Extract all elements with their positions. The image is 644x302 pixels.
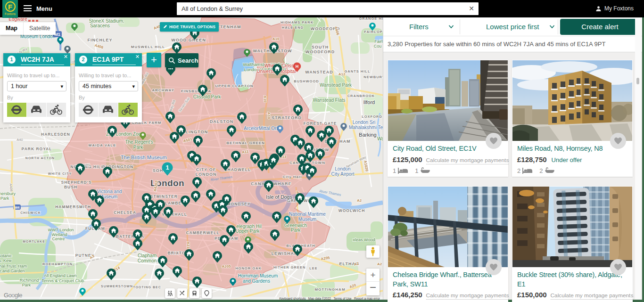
- svg-text:MORTLAKE: MORTLAKE: [23, 240, 45, 243]
- svg-text:HAMMERSMITH: HAMMERSMITH: [55, 204, 91, 209]
- svg-text:Cou: Cou: [374, 44, 382, 49]
- svg-text:and Gardens: and Gardens: [243, 278, 270, 284]
- svg-text:H: H: [296, 64, 299, 69]
- svg-text:Barking: Barking: [359, 132, 376, 138]
- svg-text:Wan: Wan: [377, 136, 383, 141]
- svg-text:Common: Common: [138, 258, 157, 263]
- svg-text:Isle of Dogs: Isle of Dogs: [266, 194, 292, 200]
- svg-text:1: 1: [165, 164, 169, 171]
- svg-text:Park: Park: [0, 196, 9, 201]
- svg-text:SUMMERSTOWN: SUMMERSTOWN: [101, 285, 133, 288]
- svg-text:Park: Park: [133, 145, 144, 150]
- svg-text:PARK ROYAL: PARK ROYAL: [22, 147, 52, 151]
- svg-text:WHITE CITY: WHITE CITY: [48, 172, 72, 175]
- svg-text:National Maritime: National Maritime: [289, 212, 326, 217]
- svg-text:ens, Kew: ens, Kew: [0, 258, 12, 263]
- svg-text:l Botanic: l Botanic: [0, 253, 12, 258]
- svg-text:ArcelorMittal Orbit: ArcelorMittal Orbit: [244, 126, 281, 131]
- svg-text:Mahalakshmi Te: Mahalakshmi Te: [349, 125, 383, 130]
- svg-text:FOREST GATE: FOREST GATE: [304, 121, 337, 126]
- svg-text:TTENHAM: TTENHAM: [217, 24, 241, 29]
- svg-text:WOODFORD: WOODFORD: [305, 49, 335, 54]
- svg-text:Horniman Museum: Horniman Museum: [238, 273, 278, 278]
- svg-text:The Regent's: The Regent's: [125, 139, 153, 145]
- svg-text:A2: A2: [357, 198, 362, 203]
- svg-text:Park: Park: [291, 228, 301, 233]
- svg-text:A12: A12: [339, 72, 346, 76]
- svg-text:SHADWELL: SHADWELL: [224, 167, 251, 172]
- svg-text:Clapham: Clapham: [138, 253, 157, 258]
- svg-text:CHELSEA: CHELSEA: [114, 210, 136, 215]
- svg-text:The British Museum: The British Museum: [121, 155, 167, 160]
- svg-text:FAIRLOP: FAIRLOP: [364, 30, 383, 34]
- svg-text:A40: A40: [17, 138, 23, 142]
- svg-text:NEWBURY: NEWBURY: [363, 75, 383, 79]
- svg-text:xleas Wood: xleas Wood: [353, 237, 375, 242]
- svg-text:BUSH: BUSH: [64, 185, 77, 189]
- svg-text:Fairl: Fairl: [374, 39, 383, 44]
- svg-text:MOTTINGHAM: MOTTINGHAM: [314, 287, 345, 292]
- svg-text:e and Garden: e and Garden: [0, 269, 25, 273]
- svg-text:CITY OF: CITY OF: [196, 167, 216, 172]
- svg-text:Clissold Park: Clissold Park: [193, 94, 221, 99]
- svg-text:Ilford: Ilford: [363, 99, 375, 105]
- svg-text:CHISWICK: CHISWICK: [20, 211, 41, 214]
- svg-text:BETHNAL GREEN: BETHNAL GREEN: [226, 141, 265, 145]
- svg-text:MAIDA VALE: MAIDA VALE: [89, 143, 116, 147]
- svg-text:CAMBERWELL: CAMBERWELL: [186, 230, 219, 235]
- svg-text:ROEHAMPTON: ROEHAMPTON: [42, 262, 73, 266]
- svg-text:HIGHAMS PARK: HIGHAMS PARK: [281, 20, 314, 24]
- svg-text:Centre: Centre: [52, 237, 65, 241]
- svg-text:nal Trust, Ham: nal Trust, Ham: [0, 264, 27, 269]
- svg-text:nnersbury: nnersbury: [0, 191, 16, 196]
- svg-text:HITHER GREEN: HITHER GREEN: [273, 265, 306, 269]
- svg-text:Upper Park: Upper Park: [236, 229, 260, 234]
- svg-text:HONOR OAK: HONOR OAK: [235, 266, 262, 270]
- svg-text:GANTS HILL: GANTS HILL: [345, 69, 371, 73]
- svg-text:A10: A10: [267, 112, 271, 119]
- svg-text:LOXFORD: LOXFORD: [362, 114, 382, 119]
- svg-text:HARLESDEN: HARLESDEN: [41, 132, 70, 137]
- svg-text:LEE: LEE: [309, 266, 318, 270]
- svg-text:Park: Park: [22, 283, 31, 287]
- svg-text:TOOTING BEC: TOOTING BEC: [133, 286, 161, 289]
- svg-text:GRANGE HIL: GRANGE HIL: [359, 17, 383, 21]
- svg-text:Tennis & Croquet Club: Tennis & Croquet Club: [41, 278, 84, 283]
- svg-text:A2: A2: [377, 262, 382, 266]
- svg-text:WOOD GREEN: WOOD GREEN: [171, 38, 206, 42]
- svg-text:STRATFORD: STRATFORD: [272, 115, 302, 120]
- svg-text:Wanstead Park: Wanstead Park: [320, 82, 352, 88]
- svg-text:CRANBROOK: CRANBROOK: [347, 94, 375, 98]
- svg-text:Museum: Museum: [298, 217, 316, 222]
- svg-text:ARCHWAY: ARCHWAY: [152, 88, 174, 92]
- svg-text:NORTH ACTON: NORTH ACTON: [25, 156, 55, 160]
- svg-text:DALSTON: DALSTON: [210, 119, 233, 124]
- svg-text:Saracens: Saracens: [90, 23, 110, 28]
- svg-text:SOUTH: SOUTH: [312, 45, 329, 49]
- svg-text:A205: A205: [222, 264, 231, 269]
- svg-text:WOOLWICH: WOOLWICH: [339, 208, 365, 213]
- svg-text:FINCHLEY: FINCHLEY: [88, 38, 113, 42]
- svg-text:City Airport: City Airport: [331, 171, 355, 177]
- svg-text:WWT London: WWT London: [48, 228, 74, 232]
- svg-text:SHEPHERD'S: SHEPHERD'S: [61, 180, 92, 185]
- svg-text:Edgware: Edgware: [8, 17, 27, 22]
- svg-text:City Hall: City Hall: [282, 175, 302, 179]
- svg-text:MUSWELL HILL: MUSWELL HILL: [131, 45, 165, 49]
- svg-text:BUSHWOOD: BUSHWOOD: [294, 79, 319, 83]
- svg-text:Richmond: Richmond: [20, 278, 39, 283]
- svg-text:Victoria and: Victoria and: [97, 189, 122, 194]
- svg-text:A10: A10: [272, 37, 280, 41]
- svg-text:Wanstead Flats: Wanstead Flats: [313, 98, 345, 103]
- svg-text:LONDON: LONDON: [196, 172, 217, 177]
- svg-text:WANSTEAD: WANSTEAD: [305, 70, 333, 74]
- svg-text:A406: A406: [8, 183, 13, 192]
- svg-text:HALE END: HALE END: [282, 25, 304, 30]
- svg-text:A10: A10: [263, 96, 267, 103]
- svg-text:UPPER CLAPTON: UPPER CLAPTON: [215, 84, 253, 88]
- svg-text:All England Lawn: All England Lawn: [44, 273, 77, 278]
- svg-text:London Sri: London Sri: [353, 120, 375, 125]
- svg-text:A23: A23: [186, 242, 190, 249]
